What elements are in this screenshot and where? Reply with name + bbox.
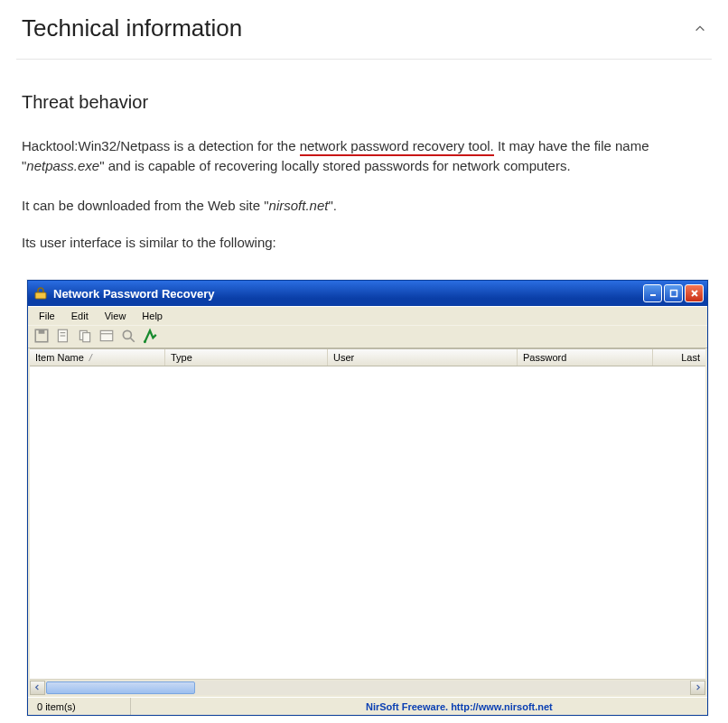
save-icon[interactable] <box>33 328 50 344</box>
scroll-track[interactable] <box>45 681 690 695</box>
statusbar: 0 item(s) NirSoft Freeware. http://www.n… <box>28 697 707 715</box>
chevron-up-icon <box>694 23 706 35</box>
properties-icon[interactable] <box>98 328 115 344</box>
col-last[interactable]: Last <box>653 349 705 366</box>
status-item-count: 0 item(s) <box>32 698 131 715</box>
column-headers[interactable]: Item Name/ Type User Password Last <box>30 348 705 366</box>
status-freeware-link[interactable]: NirSoft Freeware. http://www.nirsoft.net <box>131 701 704 712</box>
p1-prefix: Hacktool:Win32/Netpass is a detection fo… <box>22 138 300 153</box>
svg-line-15 <box>130 338 135 342</box>
list-body-empty <box>30 366 705 679</box>
description-paragraph-2: It can be downloaded from the Web site "… <box>22 196 706 216</box>
app-icon <box>33 286 48 301</box>
red-underline-annotation <box>300 154 494 156</box>
window-title: Network Password Recovery <box>53 287 214 301</box>
titlebar[interactable]: Network Password Recovery <box>28 281 707 306</box>
p2-suffix: ". <box>328 198 337 213</box>
menu-edit[interactable]: Edit <box>64 309 96 323</box>
sort-indicator: / <box>89 352 92 363</box>
svg-rect-12 <box>100 330 113 340</box>
run-icon[interactable] <box>142 328 158 344</box>
svg-point-14 <box>123 330 131 338</box>
scroll-right-button[interactable] <box>690 681 705 695</box>
list-view[interactable]: Item Name/ Type User Password Last <box>28 348 707 697</box>
close-button[interactable] <box>685 284 704 302</box>
copy-icon[interactable] <box>77 328 93 344</box>
scroll-thumb[interactable] <box>46 681 195 694</box>
menu-help[interactable]: Help <box>135 309 170 323</box>
maximize-button[interactable] <box>664 284 683 302</box>
app-window: Network Password Recovery File Edit View… <box>27 280 708 716</box>
section-header[interactable]: Technical information <box>16 14 712 60</box>
svg-point-16 <box>144 340 146 343</box>
description-paragraph-3: Its user interface is similar to the fol… <box>22 233 706 253</box>
section-title: Technical information <box>22 14 242 42</box>
col-user[interactable]: User <box>328 349 518 366</box>
toolbar <box>28 325 707 348</box>
sheet-icon[interactable] <box>55 328 71 344</box>
website-italic: nirsoft.net <box>269 198 329 213</box>
svg-rect-0 <box>35 292 46 299</box>
menubar: File Edit View Help <box>28 306 707 325</box>
svg-rect-11 <box>83 333 90 342</box>
threat-behavior-heading: Threat behavior <box>22 92 706 113</box>
svg-rect-6 <box>39 329 45 334</box>
p2-prefix: It can be downloaded from the Web site " <box>22 198 269 213</box>
p1-suffix-2: " and is capable of recovering locally s… <box>99 158 570 173</box>
menu-view[interactable]: View <box>98 309 134 323</box>
col-item-name[interactable]: Item Name/ <box>30 349 165 366</box>
col-type[interactable]: Type <box>165 349 328 366</box>
minimize-button[interactable] <box>643 284 662 302</box>
find-icon[interactable] <box>120 328 136 344</box>
horizontal-scrollbar[interactable] <box>30 679 705 695</box>
scroll-left-button[interactable] <box>30 681 45 695</box>
filename-italic: netpass.exe <box>26 158 99 173</box>
description-paragraph-1: Hacktool:Win32/Netpass is a detection fo… <box>22 136 706 176</box>
svg-rect-2 <box>670 291 677 297</box>
col-password[interactable]: Password <box>518 349 653 366</box>
menu-file[interactable]: File <box>32 309 62 323</box>
underlined-phrase: network password recovery tool. <box>300 138 494 153</box>
